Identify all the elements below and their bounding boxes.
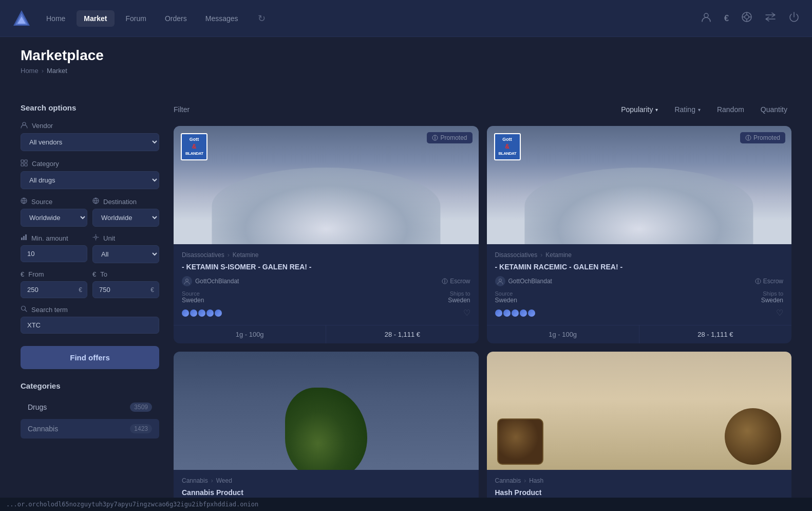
- from-label: € From: [21, 270, 87, 278]
- to-input[interactable]: [92, 281, 159, 298]
- product-title-3: Cannabis Product: [182, 488, 470, 497]
- nav-forum[interactable]: Forum: [119, 10, 154, 27]
- stars-1: [182, 309, 222, 317]
- to-currency: €: [150, 286, 154, 294]
- nav-market[interactable]: Market: [77, 10, 114, 27]
- svg-rect-13: [21, 163, 24, 166]
- logo-icon[interactable]: [12, 9, 31, 28]
- filter-bar: Filter Popularity ▾ Rating ▾ Random Quan…: [174, 103, 791, 116]
- refresh-icon[interactable]: ↻: [258, 13, 266, 24]
- svg-rect-18: [23, 236, 25, 240]
- from-section: € From €: [21, 270, 87, 298]
- sort-random[interactable]: Random: [713, 103, 748, 116]
- product-rating-1: ♡: [182, 308, 470, 318]
- search-term-section: Search term: [21, 305, 159, 334]
- page-container: Search options Vendor All vendors Catego…: [0, 87, 812, 511]
- chevron-down-icon: ▾: [698, 107, 701, 113]
- nav-orders[interactable]: Orders: [158, 10, 194, 27]
- product-category-4: Cannabis › Hash: [495, 477, 784, 484]
- vendor-info-1: GottOchBlandat: [182, 276, 239, 286]
- favorite-button-1[interactable]: ♡: [463, 308, 470, 318]
- favorite-button-2[interactable]: ♡: [776, 308, 783, 318]
- sort-popularity[interactable]: Popularity ▾: [617, 103, 662, 116]
- sort-quantity[interactable]: Quantity: [757, 103, 791, 116]
- vendor-avatar-1: [182, 276, 192, 286]
- product-image-3: [174, 352, 479, 470]
- product-image-2: Gott&BLANDAT Promoted: [487, 126, 792, 244]
- breadcrumb: Home › Market: [21, 67, 791, 75]
- min-amount-input[interactable]: [21, 245, 87, 262]
- power-icon[interactable]: [788, 11, 800, 25]
- escrow-badge-1: Escrow: [442, 278, 470, 285]
- from-to-row: € From € € To €: [21, 270, 159, 298]
- nav-home[interactable]: Home: [39, 10, 72, 27]
- to-section: € To €: [92, 270, 159, 298]
- source-section: Source Worldwide: [21, 197, 87, 227]
- product-shipping-1: Source Sweden Ships to Sweden: [182, 290, 470, 304]
- search-term-label: Search term: [21, 305, 159, 314]
- vendor-info-2: GottOchBlandat: [495, 276, 552, 286]
- svg-rect-17: [21, 238, 23, 240]
- product-title-1: - KETAMIN S-ISOMER - GALEN REA! -: [182, 263, 470, 271]
- search-term-input[interactable]: [21, 317, 159, 334]
- source-destination-row: Source Worldwide Destination Worldwide: [21, 197, 159, 227]
- svg-point-20: [95, 236, 97, 239]
- category-section: Category All drugs: [21, 159, 159, 189]
- categories-title: Categories: [21, 381, 159, 390]
- unit-select[interactable]: All: [92, 245, 159, 263]
- product-brand-label-2: Gott&BLANDAT: [494, 133, 521, 160]
- product-card-4[interactable]: Cannabis › Hash Hash Product Vendor4: [487, 352, 792, 511]
- product-title-2: - KETAMIN RACEMIC - GALEN REA! -: [495, 263, 784, 271]
- source-select[interactable]: Worldwide: [21, 209, 87, 227]
- svg-rect-11: [21, 160, 24, 162]
- min-amount-icon: [21, 234, 27, 242]
- exchange-icon[interactable]: [765, 11, 776, 25]
- main-content: Filter Popularity ▾ Rating ▾ Random Quan…: [174, 103, 791, 511]
- product-card-1[interactable]: Gott&BLANDAT Promoted Disassociatives › …: [174, 126, 479, 343]
- product-amount-2: 1g - 100g: [487, 325, 639, 343]
- currency-icon[interactable]: €: [724, 14, 729, 23]
- product-rating-2: ♡: [495, 308, 784, 318]
- product-image-1: Gott&BLANDAT Promoted: [174, 126, 479, 244]
- svg-rect-12: [25, 160, 27, 162]
- source-icon: [21, 197, 27, 206]
- to-label: € To: [92, 270, 159, 278]
- category-drugs[interactable]: Drugs 3509: [21, 397, 159, 417]
- user-icon[interactable]: [701, 11, 712, 25]
- destination-section: Destination Worldwide: [92, 197, 159, 227]
- product-card-3[interactable]: Cannabis › Weed Cannabis Product Vendor3: [174, 352, 479, 511]
- vendor-label: Vendor: [21, 121, 159, 130]
- support-icon[interactable]: [741, 11, 752, 25]
- breadcrumb-home[interactable]: Home: [21, 67, 39, 75]
- destination-label: Destination: [92, 197, 159, 206]
- svg-point-33: [499, 279, 501, 282]
- category-select[interactable]: All drugs: [21, 171, 159, 189]
- product-brand-label-1: Gott&BLANDAT: [181, 133, 207, 160]
- category-drugs-label: Drugs: [28, 403, 47, 411]
- min-amount-label: Min. amount: [21, 234, 87, 242]
- destination-select[interactable]: Worldwide: [92, 209, 159, 227]
- vendor-select[interactable]: All vendors: [21, 133, 159, 151]
- unit-section: Unit All: [92, 234, 159, 263]
- breadcrumb-market: Market: [47, 67, 67, 75]
- product-info-2: Disassociatives › Ketamine - KETAMIN RAC…: [487, 244, 792, 325]
- product-footer-1: 1g - 100g 28 - 1,111 €: [174, 325, 479, 343]
- from-input[interactable]: [21, 281, 87, 298]
- nav-messages[interactable]: Messages: [198, 10, 246, 27]
- url-bar: ...or.orcholodl65nozguytuh3py7apyu7ingzw…: [0, 498, 812, 511]
- source-label: Source: [21, 197, 87, 206]
- product-image-4: [487, 352, 792, 470]
- product-price-2: 28 - 1,111 €: [639, 325, 791, 343]
- product-footer-2: 1g - 100g 28 - 1,111 €: [487, 325, 792, 343]
- svg-point-32: [748, 136, 748, 136]
- product-title-4: Hash Product: [495, 488, 784, 497]
- product-meta-2: GottOchBlandat Escrow: [495, 276, 784, 286]
- vendor-section: Vendor All vendors: [21, 121, 159, 151]
- category-cannabis[interactable]: Cannabis 1423: [21, 419, 159, 439]
- find-offers-button[interactable]: Find offers: [21, 346, 159, 369]
- unit-label: Unit: [92, 234, 159, 242]
- sort-rating[interactable]: Rating ▾: [670, 103, 704, 116]
- category-cannabis-count: 1423: [130, 424, 152, 433]
- vendor-icon: [21, 121, 28, 130]
- product-card-2[interactable]: Gott&BLANDAT Promoted Disassociatives › …: [487, 126, 792, 343]
